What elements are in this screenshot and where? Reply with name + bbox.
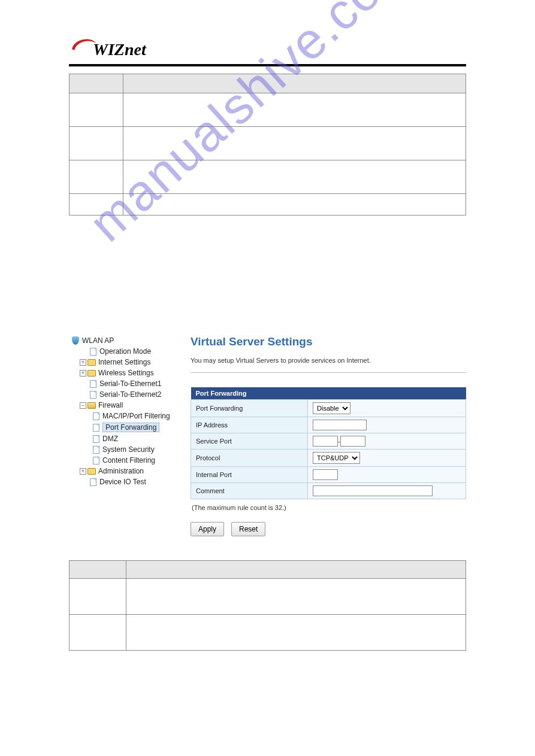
label-service-port: Service Port	[191, 433, 308, 450]
logo: WIZnet	[69, 36, 466, 59]
tree-item-device-io-test[interactable]: Device IO Test	[71, 476, 174, 487]
label-protocol: Protocol	[191, 450, 308, 467]
page-icon	[92, 445, 100, 454]
tree-item-serial2[interactable]: Serial-To-Ethernet2	[71, 389, 174, 400]
plus-icon[interactable]: +	[80, 468, 86, 475]
select-protocol[interactable]: TCP&UDP	[313, 452, 360, 464]
empty-table-bottom	[69, 560, 466, 651]
tree-label: Wireless Settings	[98, 369, 154, 377]
page-icon	[89, 478, 97, 486]
folder-icon	[87, 369, 96, 377]
tree-item-mac-ip-port[interactable]: MAC/IP/Port Filtering	[71, 411, 174, 421]
tree-item-firewall[interactable]: − Firewall	[71, 400, 174, 411]
minus-icon[interactable]: −	[80, 402, 86, 409]
tree-root[interactable]: WLAN AP	[71, 335, 174, 346]
content-divider	[191, 372, 466, 373]
select-port-forwarding[interactable]: Disable	[313, 402, 350, 414]
input-comment[interactable]	[313, 485, 433, 496]
header-divider	[69, 64, 466, 66]
page-icon	[92, 412, 100, 420]
tree-label: Operation Mode	[99, 347, 151, 356]
page-icon	[92, 435, 100, 443]
port-forwarding-form: Port Forwarding Port Forwarding Disable …	[191, 387, 466, 499]
tree-label: Device IO Test	[99, 478, 146, 486]
apply-button[interactable]: Apply	[191, 522, 224, 536]
logo-text: WIZnet	[93, 40, 146, 59]
page-icon	[89, 379, 97, 388]
label-port-forwarding: Port Forwarding	[191, 400, 308, 417]
input-service-port-to[interactable]	[340, 436, 365, 447]
folder-open-icon	[87, 401, 96, 409]
tree-item-internet-settings[interactable]: + Internet Settings	[71, 357, 174, 368]
input-ip-address[interactable]	[313, 420, 367, 430]
page-icon	[92, 423, 100, 432]
label-internal-port: Internal Port	[191, 467, 308, 483]
tree-label: Content Filtering	[102, 456, 155, 464]
input-service-port-from[interactable]	[313, 436, 338, 447]
tree-item-wireless-settings[interactable]: + Wireless Settings	[71, 368, 174, 378]
page-icon	[89, 347, 97, 356]
tree-label: Serial-To-Ethernet1	[99, 379, 161, 388]
tree-label: Serial-To-Ethernet2	[99, 390, 161, 399]
plus-icon[interactable]: +	[80, 359, 86, 366]
label-ip-address: IP Address	[191, 417, 308, 433]
tree-label: Administration	[98, 467, 144, 475]
nav-tree: WLAN AP Operation Mode + Internet Settin…	[69, 335, 174, 536]
page-icon	[89, 390, 97, 399]
section-header: Port Forwarding	[191, 387, 466, 400]
tree-label-selected: Port Forwarding	[102, 423, 159, 432]
tree-label: Internet Settings	[98, 358, 150, 366]
tree-item-content-filtering[interactable]: Content Filtering	[71, 455, 174, 466]
tree-item-administration[interactable]: + Administration	[71, 466, 174, 476]
plus-icon[interactable]: +	[80, 370, 86, 377]
tree-label: DMZ	[102, 435, 118, 443]
tree-item-dmz[interactable]: DMZ	[71, 433, 174, 444]
max-rule-note: (The maximum rule count is 32.)	[192, 504, 466, 511]
tree-item-port-forwarding[interactable]: Port Forwarding	[71, 421, 174, 433]
tree-item-serial1[interactable]: Serial-To-Ethernet1	[71, 378, 174, 389]
shield-icon	[71, 336, 80, 345]
page-description: You may setup Virtual Servers to provide…	[191, 357, 466, 364]
page-icon	[92, 456, 100, 464]
input-internal-port[interactable]	[313, 469, 338, 480]
tree-item-system-security[interactable]: System Security	[71, 444, 174, 455]
tree-label: Firewall	[98, 401, 123, 409]
folder-icon	[87, 467, 96, 475]
router-admin-panel: WLAN AP Operation Mode + Internet Settin…	[69, 335, 466, 536]
tree-label: System Security	[102, 445, 155, 454]
main-content: Virtual Server Settings You may setup Vi…	[174, 335, 466, 536]
folder-icon	[87, 358, 96, 366]
label-comment: Comment	[191, 483, 308, 499]
tree-root-label: WLAN AP	[82, 336, 114, 345]
empty-table-top	[69, 74, 466, 215]
reset-button[interactable]: Reset	[231, 522, 265, 536]
tree-label: MAC/IP/Port Filtering	[102, 412, 170, 420]
tree-item-operation-mode[interactable]: Operation Mode	[71, 346, 174, 357]
page-title: Virtual Server Settings	[191, 335, 466, 348]
